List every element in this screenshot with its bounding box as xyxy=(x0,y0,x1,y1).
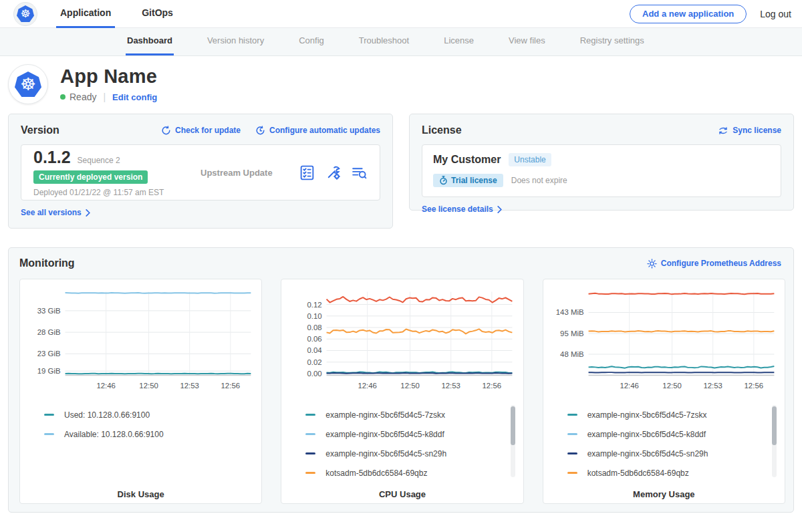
svg-text:28 GiB: 28 GiB xyxy=(37,328,61,336)
see-license-details-link[interactable]: See license details xyxy=(422,205,781,214)
kubernetes-logo-icon: ☸ xyxy=(13,2,37,26)
svg-text:12:50: 12:50 xyxy=(401,382,420,390)
chart-canvas: 33 GiB28 GiB23 GiB19 GiB12:4612:5012:531… xyxy=(27,286,255,394)
legend-item[interactable]: example-nginx-5bc6f5d4c5-k8ddf xyxy=(305,424,516,444)
deployed-badge: Currently deployed version xyxy=(33,170,148,184)
legend-color-dash xyxy=(44,414,54,416)
svg-text:12:53: 12:53 xyxy=(703,382,722,390)
svg-text:0.08: 0.08 xyxy=(307,323,322,331)
add-new-application-button[interactable]: Add a new application xyxy=(630,5,747,23)
chart-title: CPU Usage xyxy=(288,489,516,499)
legend-color-dash xyxy=(567,433,577,435)
chart-legend: Used: 10.128.0.66:9100Available: 10.128.… xyxy=(27,405,255,484)
cards-row: Version Check for update Configure autom… xyxy=(0,114,802,229)
sub-tab-view-files[interactable]: View files xyxy=(507,35,547,55)
legend-label: example-nginx-5bc6f5d4c5-sn29h xyxy=(325,449,446,458)
legend-color-dash xyxy=(305,472,315,474)
svg-text:12:56: 12:56 xyxy=(744,382,763,390)
svg-text:12:50: 12:50 xyxy=(139,382,158,390)
stopwatch-icon xyxy=(439,176,448,185)
legend-color-dash xyxy=(567,452,577,454)
legend-scrollbar[interactable] xyxy=(772,405,777,477)
chart-card-memory-usage: 143 MiB95 MiB48 MiB12:4612:5012:5312:56e… xyxy=(543,279,785,504)
sub-tab-version-history[interactable]: Version history xyxy=(206,35,265,55)
current-version-panel: 0.1.2 Sequence 2 Currently deployed vers… xyxy=(21,144,380,201)
check-for-update-link[interactable]: Check for update xyxy=(161,126,241,136)
status-text: Ready xyxy=(70,92,96,102)
monitoring-card: Monitoring Configure Prometheus Address … xyxy=(8,247,794,513)
svg-text:12:53: 12:53 xyxy=(442,382,461,390)
license-card: License Sync license My Customer Unstabl… xyxy=(409,114,794,211)
edit-config-link[interactable]: Edit config xyxy=(112,92,157,102)
chart-canvas: 143 MiB95 MiB48 MiB12:4612:5012:5312:56 xyxy=(550,286,778,394)
preflight-checks-icon[interactable] xyxy=(299,164,315,181)
svg-text:12:46: 12:46 xyxy=(620,382,639,390)
legend-item[interactable]: kotsadm-5db6dc6584-69qbz xyxy=(567,463,778,483)
svg-text:0.06: 0.06 xyxy=(307,335,322,343)
monitoring-title: Monitoring xyxy=(19,257,75,269)
chart-title: Memory Usage xyxy=(550,489,778,499)
version-number: 0.1.2 xyxy=(33,148,71,167)
legend-label: kotsadm-5db6dc6584-69qbz xyxy=(325,469,427,478)
see-all-versions-link[interactable]: See all versions xyxy=(21,208,380,217)
legend-item[interactable]: example-nginx-5bc6f5d4c5-k8ddf xyxy=(567,424,778,444)
sub-tab-license[interactable]: License xyxy=(442,35,475,55)
sub-tab-registry-settings[interactable]: Registry settings xyxy=(579,35,646,55)
legend-scrollbar[interactable] xyxy=(511,405,515,477)
sub-tab-dashboard[interactable]: Dashboard xyxy=(126,35,174,55)
legend-label: example-nginx-5bc6f5d4c5-7zskx xyxy=(587,410,707,420)
legend-color-dash xyxy=(305,414,315,416)
legend-item[interactable]: example-nginx-5bc6f5d4c5-7zskx xyxy=(305,405,516,424)
logout-button[interactable]: Log out xyxy=(760,9,791,19)
chart-legend: example-nginx-5bc6f5d4c5-7zskxexample-ng… xyxy=(550,405,778,484)
legend-scrollbar-thumb[interactable] xyxy=(772,406,777,445)
app-sub-nav: DashboardVersion historyConfigTroublesho… xyxy=(0,28,802,56)
license-card-title: License xyxy=(422,124,462,136)
divider: | xyxy=(103,92,106,102)
version-source: Upstream Update xyxy=(200,168,299,178)
chart-title: Disk Usage xyxy=(27,489,255,499)
sync-license-link[interactable]: Sync license xyxy=(718,126,781,136)
topnav-right: Add a new application Log out xyxy=(630,5,791,23)
configure-prometheus-link[interactable]: Configure Prometheus Address xyxy=(647,259,781,269)
legend-scrollbar-thumb[interactable] xyxy=(511,406,515,445)
kubernetes-wheel-icon: ☸ xyxy=(15,72,41,97)
sub-tab-config[interactable]: Config xyxy=(297,35,325,55)
svg-text:48 MiB: 48 MiB xyxy=(560,350,584,358)
legend-item[interactable]: Available: 10.128.0.66:9100 xyxy=(44,424,255,444)
chart-canvas: 0.120.100.080.060.040.020.0012:4612:5012… xyxy=(288,286,516,394)
license-expiry: Does not expire xyxy=(511,176,567,185)
legend-label: example-nginx-5bc6f5d4c5-7zskx xyxy=(325,410,445,420)
top-tab-gitops[interactable]: GitOps xyxy=(138,0,177,28)
top-tab-application[interactable]: Application xyxy=(56,0,115,28)
chart-card-disk-usage: 33 GiB28 GiB23 GiB19 GiB12:4612:5012:531… xyxy=(19,279,262,504)
legend-label: example-nginx-5bc6f5d4c5-k8ddf xyxy=(587,430,706,439)
legend-color-dash xyxy=(305,433,315,435)
configure-automatic-updates-link[interactable]: Configure automatic updates xyxy=(255,126,380,136)
deploy-logs-icon[interactable] xyxy=(351,164,368,181)
sub-tab-troubleshoot[interactable]: Troubleshoot xyxy=(358,35,410,55)
svg-text:0.02: 0.02 xyxy=(307,358,322,366)
legend-item[interactable]: Used: 10.128.0.66:9100 xyxy=(44,405,255,424)
legend-item[interactable]: example-nginx-5bc6f5d4c5-7zskx xyxy=(567,405,778,424)
version-card: Version Check for update Configure autom… xyxy=(8,114,393,229)
legend-label: Used: 10.128.0.66:9100 xyxy=(64,410,150,420)
refresh-icon xyxy=(161,126,171,136)
svg-text:12:56: 12:56 xyxy=(483,382,502,390)
ready-status-dot xyxy=(60,94,65,100)
top-tabs: ApplicationGitOps xyxy=(56,0,177,28)
svg-text:33 GiB: 33 GiB xyxy=(37,307,61,315)
clock-refresh-icon xyxy=(255,126,265,136)
legend-item[interactable]: example-nginx-5bc6f5d4c5-sn29h xyxy=(567,444,778,463)
legend-label: Available: 10.128.0.66:9100 xyxy=(64,430,164,439)
edit-config-icon[interactable] xyxy=(325,164,342,181)
legend-item[interactable]: example-nginx-5bc6f5d4c5-sn29h xyxy=(305,444,516,463)
legend-label: example-nginx-5bc6f5d4c5-sn29h xyxy=(587,449,708,458)
legend-color-dash xyxy=(567,472,577,474)
legend-item[interactable]: kotsadm-5db6dc6584-69qbz xyxy=(305,463,516,483)
svg-text:143 MiB: 143 MiB xyxy=(555,308,583,316)
svg-text:95 MiB: 95 MiB xyxy=(560,329,584,338)
charts-row: 33 GiB28 GiB23 GiB19 GiB12:4612:5012:531… xyxy=(19,279,785,504)
channel-badge: Unstable xyxy=(509,153,551,166)
legend-color-dash xyxy=(305,452,315,454)
